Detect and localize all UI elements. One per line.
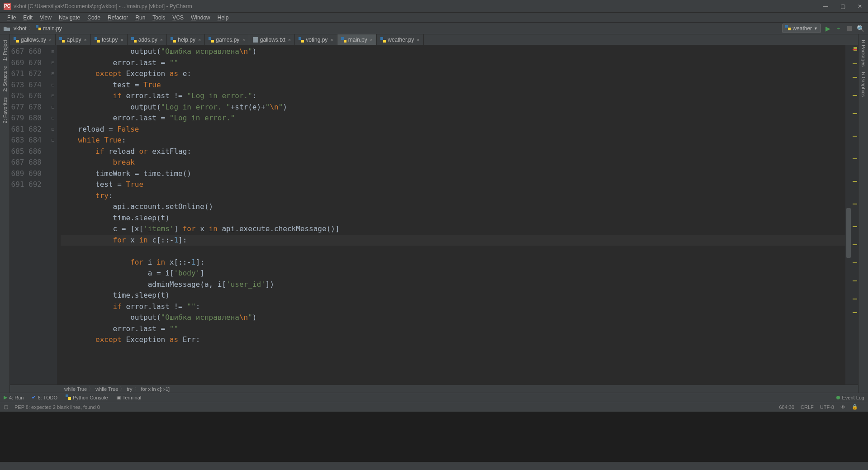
side-tab-rpackages[interactable]: R Packages — [861, 40, 866, 66]
menu-refactor[interactable]: Refactor — [104, 14, 132, 22]
warn-marker[interactable] — [853, 262, 857, 263]
breadcrumb-item[interactable]: try — [127, 386, 132, 392]
breadcrumb-file[interactable]: main.py — [43, 25, 62, 32]
tab-close-icon[interactable]: × — [160, 37, 163, 43]
warn-marker[interactable] — [853, 312, 857, 313]
tab-label: api.py — [66, 37, 81, 43]
svg-rect-11 — [134, 40, 137, 43]
warn-marker[interactable] — [853, 181, 857, 182]
warn-marker[interactable] — [853, 299, 857, 299]
file-tab-help-py[interactable]: help.py× — [167, 34, 205, 45]
todo-icon: ✔ — [32, 394, 36, 400]
menu-tools[interactable]: Tools — [149, 14, 169, 22]
tab-close-icon[interactable]: × — [120, 37, 123, 43]
error-marker[interactable] — [853, 49, 857, 50]
tab-close-icon[interactable]: × — [242, 37, 245, 43]
tool-window-terminal[interactable]: ▣Terminal — [116, 394, 142, 400]
status-inspections[interactable]: 👁 — [840, 404, 845, 410]
code-editor[interactable]: 667 668 669 670 671 672 673 674 675 676 … — [10, 45, 858, 385]
status-encoding[interactable]: UTF-8 — [820, 404, 834, 410]
file-tab-gallows-py[interactable]: gallows.py× — [10, 34, 56, 45]
menu-navigate[interactable]: Navigate — [55, 14, 84, 22]
svg-rect-0 — [36, 25, 38, 28]
tab-close-icon[interactable]: × — [49, 37, 52, 43]
tab-label: games.py — [216, 37, 239, 43]
event-log-button[interactable]: Event Log — [836, 395, 864, 400]
status-square-icon[interactable]: ▢ — [4, 404, 8, 410]
file-tab-gallows-txt[interactable]: gallows.txt× — [249, 34, 295, 45]
file-tab-api-py[interactable]: api.py× — [56, 34, 90, 45]
tab-close-icon[interactable]: × — [288, 37, 291, 43]
warn-marker[interactable] — [853, 77, 857, 78]
file-tab-main-py[interactable]: main.py× — [337, 34, 377, 45]
maximize-button[interactable]: ▢ — [838, 2, 847, 11]
tab-close-icon[interactable]: × — [370, 37, 373, 43]
file-tab-voting-py[interactable]: voting.py× — [295, 34, 337, 45]
side-tab-favorites[interactable]: 2: Favorites — [2, 97, 8, 123]
svg-rect-13 — [173, 40, 176, 43]
tool-window-todo[interactable]: ✔6: TODO — [32, 394, 57, 400]
tool-window-bar: ▶4: Run✔6: TODOPython Console▣TerminalEv… — [0, 393, 868, 402]
svg-rect-19 — [341, 37, 344, 40]
search-button[interactable]: 🔍 — [856, 24, 864, 33]
side-tab-structure[interactable]: 2: Structure — [2, 66, 8, 92]
menu-vcs[interactable]: VCS — [169, 14, 187, 22]
status-cursor-pos[interactable]: 684:30 — [779, 404, 794, 410]
tab-close-icon[interactable]: × — [330, 37, 333, 43]
breadcrumb-nav: vkbot 〉 main.py — [4, 24, 782, 32]
menu-run[interactable]: Run — [132, 14, 149, 22]
file-tab-games-py[interactable]: games.py× — [205, 34, 249, 45]
status-line-ending[interactable]: CRLF — [801, 404, 814, 410]
warn-marker[interactable] — [853, 158, 857, 159]
file-tab-test-py[interactable]: test.py× — [91, 34, 128, 45]
tab-label: help.py — [178, 37, 195, 43]
tool-window-pythonconsole[interactable]: Python Console — [66, 394, 108, 401]
svg-rect-8 — [95, 37, 97, 40]
breadcrumb-item[interactable]: while True — [64, 386, 87, 392]
tab-close-icon[interactable]: × — [84, 37, 87, 43]
status-lock-icon[interactable]: 🔒 — [852, 404, 858, 410]
side-tab-rgraphics[interactable]: R Graphics — [861, 72, 866, 97]
fold-gutter[interactable]: ⊟ ⊟ ⊟ ⊟ ⊟ ⊟ ⊟ ⊟ ⊟ — [49, 45, 57, 385]
menu-help[interactable]: Help — [214, 14, 232, 22]
scrollbar-thumb[interactable] — [846, 208, 851, 258]
tab-close-icon[interactable]: × — [417, 37, 419, 43]
tool-window-run[interactable]: ▶4: Run — [4, 394, 24, 400]
code-area[interactable]: output("Ошибка исправлена\n") error.last… — [57, 45, 845, 385]
menu-view[interactable]: View — [36, 14, 55, 22]
warn-marker[interactable] — [853, 136, 857, 137]
menu-code[interactable]: Code — [84, 14, 104, 22]
warn-marker[interactable] — [853, 244, 857, 245]
breadcrumb-item[interactable]: for x in c[::-1] — [141, 386, 170, 392]
warn-marker[interactable] — [853, 204, 857, 204]
run-config-selector[interactable]: weather ▼ — [782, 24, 821, 33]
tab-label: test.py — [102, 37, 118, 43]
debug-button[interactable]: ⌁ — [835, 24, 843, 33]
run-button[interactable]: ▶ — [824, 24, 832, 33]
warn-marker[interactable] — [853, 280, 857, 281]
file-tab-weather-py[interactable]: weather.py× — [377, 34, 423, 45]
minimize-button[interactable]: — — [821, 2, 830, 11]
error-stripe[interactable] — [852, 45, 858, 385]
scrollbar-vertical[interactable] — [845, 45, 852, 385]
breadcrumb-project[interactable]: vkbot — [14, 25, 27, 32]
menu-edit[interactable]: Edit — [19, 14, 36, 22]
menu-file[interactable]: File — [4, 14, 19, 22]
svg-rect-3 — [788, 28, 791, 30]
warn-marker[interactable] — [853, 113, 857, 114]
breadcrumb-item[interactable]: while True — [95, 386, 118, 392]
menu-window[interactable]: Window — [187, 14, 214, 22]
tab-label: adds.py — [138, 37, 157, 43]
warn-marker[interactable] — [853, 95, 857, 96]
file-tab-adds-py[interactable]: adds.py× — [128, 34, 167, 45]
file-icon — [59, 37, 65, 43]
stop-button[interactable] — [845, 24, 854, 33]
warn-marker[interactable] — [853, 63, 857, 64]
side-tab-project[interactable]: 1: Project — [2, 40, 8, 61]
close-button[interactable]: ✕ — [855, 2, 864, 11]
statusbar: ▢ PEP 8: expected 2 blank lines, found 0… — [0, 402, 868, 412]
svg-rect-14 — [209, 37, 211, 40]
svg-rect-24 — [68, 397, 71, 400]
tab-close-icon[interactable]: × — [198, 37, 201, 43]
warn-marker[interactable] — [853, 226, 857, 227]
